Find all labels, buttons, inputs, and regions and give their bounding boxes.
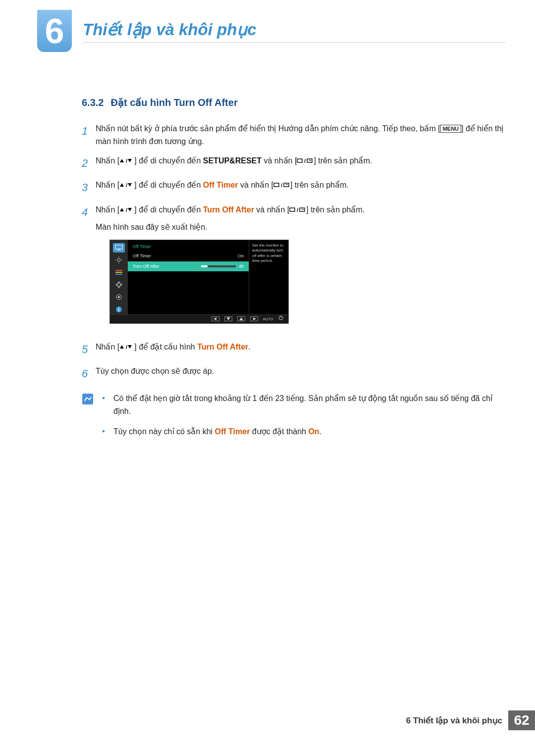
osd-screenshot: i Off Timer Off Timer On Turn Off After xyxy=(109,240,505,324)
svg-text:/: / xyxy=(126,158,127,164)
svg-text:/: / xyxy=(126,344,127,350)
osd-footer: AUTO xyxy=(110,314,288,323)
svg-rect-9 xyxy=(274,183,279,187)
svg-marker-46 xyxy=(128,345,132,349)
note-item: Có thể đặt hẹn giờ tắt trong khoảng từ 1… xyxy=(103,392,505,417)
step-1: 1 Nhấn nút bất kỳ ở phía trước sản phẩm … xyxy=(82,122,505,148)
svg-marker-14 xyxy=(128,208,132,211)
svg-point-35 xyxy=(118,296,120,298)
svg-marker-39 xyxy=(226,317,230,320)
note-icon xyxy=(82,393,94,405)
osd-slider xyxy=(201,265,236,267)
svg-rect-18 xyxy=(115,245,122,249)
svg-text:/: / xyxy=(304,158,306,164)
sun-icon xyxy=(113,255,125,265)
step-number: 6 xyxy=(82,365,96,382)
svg-marker-44 xyxy=(120,345,124,349)
svg-marker-41 xyxy=(253,317,256,320)
menu-button-label: MENU xyxy=(440,125,461,133)
svg-rect-27 xyxy=(115,272,122,273)
up-down-icon: / xyxy=(119,182,134,188)
svg-text:/: / xyxy=(126,207,127,213)
list-icon xyxy=(113,268,125,277)
monitor-icon xyxy=(113,243,125,252)
svg-point-21 xyxy=(117,258,120,261)
note-item: Tùy chọn này chỉ có sẵn khi Off Timer đư… xyxy=(103,425,505,438)
svg-marker-0 xyxy=(120,159,124,162)
step-number: 1 xyxy=(82,122,96,148)
svg-marker-31 xyxy=(118,287,120,288)
svg-rect-47 xyxy=(82,394,93,404)
chapter-number-tab: 6 xyxy=(37,10,72,52)
move-icon xyxy=(113,280,125,290)
up-down-icon: / xyxy=(119,158,134,164)
step-5: 5 Nhấn [/] để đặt cấu hình Turn Off Afte… xyxy=(82,341,505,358)
left-icon xyxy=(212,316,219,321)
down-icon xyxy=(224,316,232,321)
enter-source-icon: / xyxy=(273,182,290,188)
osd-sidebar: i xyxy=(110,240,128,314)
footer-chapter-label: 6 Thiết lập và khôi phục xyxy=(406,715,502,726)
step-list: 1 Nhấn nút bất kỳ ở phía trước sản phẩm … xyxy=(82,122,505,382)
step-3: 3 Nhấn [/] để di chuyển đến Off Timer và… xyxy=(82,179,505,196)
page-content: 6.3.2Đặt cấu hình Turn Off After 1 Nhấn … xyxy=(0,57,535,446)
info-icon: i xyxy=(113,305,125,314)
svg-marker-32 xyxy=(115,284,117,286)
svg-marker-8 xyxy=(128,183,132,187)
svg-marker-2 xyxy=(128,159,132,162)
gear-icon xyxy=(113,293,125,302)
power-icon xyxy=(278,315,283,322)
svg-rect-29 xyxy=(117,283,120,286)
svg-marker-38 xyxy=(214,317,216,320)
up-icon xyxy=(237,316,245,321)
osd-menu: Off Timer Off Timer On Turn Off After 4h xyxy=(128,240,249,314)
svg-marker-33 xyxy=(121,284,122,286)
up-down-icon: / xyxy=(119,344,134,350)
enter-source-icon: / xyxy=(289,207,306,213)
chapter-title: Thiết lập và khôi phục xyxy=(83,20,505,43)
step-number: 5 xyxy=(82,341,96,358)
page-footer: 6 Thiết lập và khôi phục 62 xyxy=(406,710,535,730)
step-4: 4 Nhấn [/] để di chuyển đến Turn Off Aft… xyxy=(82,203,505,334)
section-heading: 6.3.2Đặt cấu hình Turn Off After xyxy=(82,97,505,108)
step-number: 3 xyxy=(82,179,96,196)
osd-help-text: Set the monitor to automatically turn of… xyxy=(249,240,288,314)
section-title: Đặt cấu hình Turn Off After xyxy=(110,97,237,108)
svg-marker-6 xyxy=(120,183,124,187)
svg-text:i: i xyxy=(118,307,120,312)
svg-rect-15 xyxy=(290,208,295,211)
svg-marker-30 xyxy=(118,281,120,283)
step-2: 2 Nhấn [/] để di chuyển đến SETUP&RESET … xyxy=(82,154,505,172)
svg-rect-28 xyxy=(115,274,122,275)
osd-row-off-timer: Off Timer On xyxy=(128,251,249,261)
enter-source-icon: / xyxy=(297,158,314,164)
page-header: 6 Thiết lập và khôi phục xyxy=(0,0,535,57)
svg-rect-3 xyxy=(297,159,302,162)
osd-row-turn-off-after: Turn Off After 4h xyxy=(128,261,249,271)
osd-title: Off Timer xyxy=(128,242,249,251)
footer-page-number: 62 xyxy=(508,710,535,730)
svg-marker-40 xyxy=(239,317,243,320)
step-6: 6 Tùy chọn được chọn sẽ được áp. xyxy=(82,365,505,382)
step-number: 2 xyxy=(82,154,96,172)
up-down-icon: / xyxy=(119,207,134,213)
svg-rect-26 xyxy=(115,270,122,271)
right-icon xyxy=(250,316,258,321)
svg-text:/: / xyxy=(126,182,127,188)
auto-label: AUTO xyxy=(263,316,273,322)
note-block: Có thể đặt hẹn giờ tắt trong khoảng từ 1… xyxy=(82,392,505,446)
step-number: 4 xyxy=(82,203,96,334)
svg-marker-12 xyxy=(120,208,124,211)
svg-text:/: / xyxy=(281,182,282,188)
section-number: 6.3.2 xyxy=(82,97,104,108)
svg-text:/: / xyxy=(297,207,298,213)
